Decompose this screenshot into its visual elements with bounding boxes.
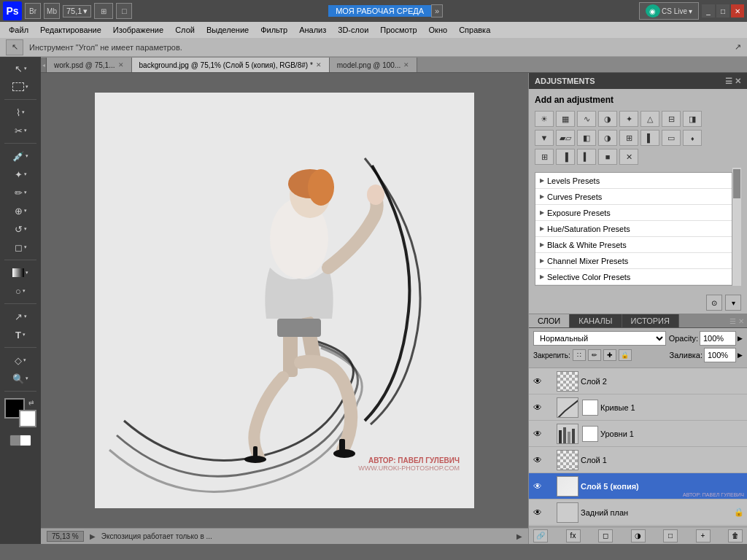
- expand-button[interactable]: »: [431, 4, 443, 18]
- adj-menu-icon[interactable]: ☰: [725, 77, 732, 86]
- bw-btn[interactable]: ◨: [683, 111, 702, 127]
- layer-item-levels1[interactable]: 👁 Уровни 1: [529, 421, 747, 447]
- status-info-icon[interactable]: ▶: [90, 532, 96, 540]
- lock-position-btn[interactable]: ✚: [603, 349, 616, 361]
- threshold-btn[interactable]: ▌: [640, 130, 659, 146]
- menu-window[interactable]: Окно: [423, 24, 454, 36]
- bw4-btn[interactable]: ■: [598, 149, 617, 165]
- tool-options-pointer[interactable]: ↗: [735, 42, 741, 52]
- layer-link-bg[interactable]: [546, 507, 554, 518]
- scrollbar-thumb[interactable]: [733, 169, 740, 198]
- layer-link-sloy2[interactable]: [546, 376, 554, 387]
- crop-tool[interactable]: ✂▾: [3, 122, 38, 139]
- bw3-btn[interactable]: ▍: [577, 149, 596, 165]
- work-env-button[interactable]: МОЯ РАБОЧАЯ СРЕДА: [328, 5, 431, 17]
- menu-image[interactable]: Изображение: [107, 24, 169, 36]
- curves-btn[interactable]: ∿: [577, 111, 596, 127]
- exposure-btn[interactable]: ◑: [598, 111, 617, 127]
- screen-mode[interactable]: □: [116, 3, 132, 19]
- layer-item-sloy5copy[interactable]: 👁 Слой 5 (копия) АВТОР: ПАВЕЛ ГУЛЕВИЧ: [529, 473, 747, 499]
- canvas-wrapper[interactable]: АВТОР: ПАВЕЛ ГУЛЕВИЧ WWW.UROKI-PHOTOSHOP…: [41, 73, 528, 528]
- warp-tool[interactable]: ◇▾: [3, 351, 38, 369]
- presets-list[interactable]: ▶ Levels Presets ▶ Curves Presets ▶ Expo…: [535, 172, 732, 286]
- br-icon[interactable]: Br: [25, 3, 41, 19]
- lasso-tool[interactable]: ⌇▾: [3, 104, 38, 121]
- menu-3d[interactable]: 3D-слои: [332, 24, 374, 36]
- hsl-btn[interactable]: △: [640, 111, 659, 127]
- fg-bg-colors[interactable]: ⇄: [4, 398, 36, 427]
- channel-mixer-btn[interactable]: ▰▱: [556, 130, 575, 146]
- layer-adj-btn[interactable]: ◑: [631, 529, 646, 542]
- adj-camera-btn[interactable]: ⊙: [706, 295, 722, 311]
- menu-layer[interactable]: Слой: [169, 24, 201, 36]
- invert-btn[interactable]: ◑: [598, 130, 617, 146]
- minimize-button[interactable]: _: [702, 4, 715, 18]
- swap-colors-icon[interactable]: ⇄: [28, 399, 36, 406]
- background-color[interactable]: [19, 410, 36, 427]
- color-lookup-btn[interactable]: ◧: [577, 130, 596, 146]
- bw2-btn[interactable]: ▐: [556, 149, 575, 165]
- layer-link-sloy5copy[interactable]: [546, 481, 554, 492]
- layer-link-btn[interactable]: 🔗: [533, 529, 548, 542]
- opacity-input[interactable]: [700, 331, 736, 346]
- levels-btn[interactable]: ▦: [556, 111, 575, 127]
- layers-panel-menu-icon[interactable]: ☰: [729, 317, 736, 325]
- layer-new-btn[interactable]: +: [696, 529, 711, 542]
- vibrance-btn[interactable]: ✦: [619, 111, 638, 127]
- scroll-tabs-left[interactable]: ◂: [41, 58, 47, 72]
- eraser-tool[interactable]: ◻▾: [3, 238, 38, 256]
- preset-bw[interactable]: ▶ Black & White Presets: [535, 237, 732, 253]
- presets-scrollbar[interactable]: [732, 168, 741, 286]
- menu-file[interactable]: Файл: [3, 24, 34, 36]
- opacity-expand-icon[interactable]: ▶: [738, 335, 743, 342]
- layer-item-curves1[interactable]: 👁 Кривые 1: [529, 394, 747, 421]
- lock-image-btn[interactable]: ✏: [588, 349, 601, 361]
- menu-help[interactable]: Справка: [453, 24, 496, 36]
- pattern-btn[interactable]: ✕: [619, 149, 638, 165]
- type-tool[interactable]: T▾: [3, 326, 38, 343]
- tool-select-btn[interactable]: ↖: [6, 39, 23, 55]
- tab-1[interactable]: background.jpg @ 75,1% (Слой 5 (копия), …: [132, 58, 330, 72]
- tab-0-close[interactable]: ✕: [118, 61, 124, 69]
- view-control[interactable]: ⊞: [94, 3, 113, 19]
- maximize-button[interactable]: □: [716, 4, 729, 18]
- posterize-btn[interactable]: ⊞: [619, 130, 638, 146]
- quick-mask-btn[interactable]: [3, 432, 38, 449]
- layers-panel-close-icon[interactable]: ✕: [738, 317, 744, 325]
- layer-mask-btn[interactable]: ◻: [598, 529, 613, 542]
- tab-2-close[interactable]: ✕: [403, 61, 409, 69]
- preset-hue-sat[interactable]: ▶ Hue/Saturation Presets: [535, 221, 732, 237]
- menu-analyze[interactable]: Анализ: [293, 24, 332, 36]
- menu-edit[interactable]: Редактирование: [34, 24, 107, 36]
- layer-delete-btn[interactable]: 🗑: [728, 529, 743, 542]
- zoom-tool[interactable]: 🔍▾: [3, 370, 38, 387]
- spot-healing-tool[interactable]: ✦▾: [3, 166, 38, 183]
- preset-channel-mixer[interactable]: ▶ Channel Mixer Presets: [535, 253, 732, 269]
- layer-eye-sloy2[interactable]: 👁: [532, 376, 543, 387]
- tab-1-close[interactable]: ✕: [316, 61, 322, 69]
- gradient-map-btn[interactable]: ▭: [662, 130, 681, 146]
- menu-filter[interactable]: Фильтр: [255, 24, 293, 36]
- blend-mode-select[interactable]: Нормальный: [533, 331, 666, 346]
- cs-live-button[interactable]: ◉ CS Live ▾: [639, 2, 699, 20]
- preset-selective-color[interactable]: ▶ Selective Color Presets: [535, 269, 732, 285]
- close-button[interactable]: ✕: [731, 4, 744, 18]
- lock-all-btn[interactable]: 🔒: [619, 349, 632, 361]
- status-zoom[interactable]: 75,13 %: [47, 531, 84, 542]
- preset-levels[interactable]: ▶ Levels Presets: [535, 173, 732, 189]
- layer-item-sloy1[interactable]: 👁 Слой 1: [529, 447, 747, 473]
- marquee-tool[interactable]: ▾: [3, 78, 38, 96]
- layer-link-curves1[interactable]: [546, 402, 554, 413]
- layer-group-btn[interactable]: □: [663, 529, 678, 542]
- tab-2[interactable]: model.png @ 100... ✕: [330, 58, 417, 72]
- layer-link-sloy1[interactable]: [546, 454, 554, 466]
- tab-history[interactable]: ИСТОРИЯ: [622, 314, 679, 327]
- fill-input[interactable]: [704, 348, 736, 362]
- mb-icon[interactable]: Mb: [44, 3, 60, 19]
- history-brush-tool[interactable]: ↺▾: [3, 220, 38, 238]
- tab-layers[interactable]: СЛОИ: [529, 314, 570, 327]
- clone-tool[interactable]: ⊕▾: [3, 202, 38, 219]
- layer-eye-curves1[interactable]: 👁: [532, 402, 543, 413]
- menu-select[interactable]: Выделение: [201, 24, 255, 36]
- color-balance-btn[interactable]: ⊟: [662, 111, 681, 127]
